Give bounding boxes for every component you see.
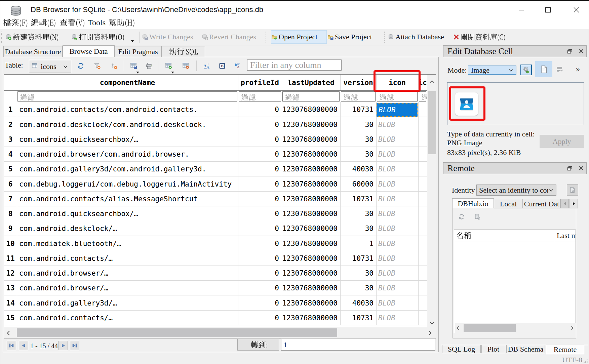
cell-componentName[interactable]: com.android.browser/… — [19, 266, 237, 281]
cell-profileId[interactable]: 0 — [238, 147, 279, 162]
word-wrap-icon[interactable] — [555, 65, 563, 75]
cell-profileId[interactable]: 0 — [238, 236, 279, 251]
grid-horizontal-scrollbar[interactable] — [4, 327, 436, 338]
cell-componentName[interactable]: com.android.gallery3d/… — [19, 295, 237, 311]
cell-lastUpdated[interactable]: 1230768000000 — [282, 221, 338, 236]
scrollbar-thumb[interactable] — [17, 328, 337, 337]
close-panel-icon[interactable] — [579, 166, 584, 172]
remote-tab-current-database[interactable]: Current Dat — [523, 199, 560, 208]
cell-componentName[interactable]: com.android.contacts/com.android.contact… — [19, 102, 237, 117]
remote-tab-dbhub[interactable]: DBHub.io — [452, 198, 494, 208]
cell-profileId[interactable]: 0 — [238, 117, 279, 132]
cell-version[interactable]: 10731 — [340, 311, 374, 325]
cell-profileId[interactable]: 0 — [238, 281, 279, 295]
cell-version[interactable]: 30 — [340, 281, 374, 295]
cell-componentName[interactable]: com.android.deskclock/… — [19, 221, 237, 236]
cell-componentName[interactable]: com.android.gallery3d/com.android.galler… — [19, 162, 237, 176]
cell-componentName[interactable]: com.android.browser/com.android.browser. — [19, 147, 237, 162]
cell-profileId[interactable]: 0 — [238, 132, 279, 147]
cell-version[interactable]: 40030 — [340, 162, 374, 176]
write-changes-button[interactable]: Write Changes — [142, 30, 190, 44]
filter-input-icon[interactable] — [377, 91, 418, 102]
cell-lastUpdated[interactable]: 1230768000000 — [282, 132, 338, 147]
cell-profileId[interactable]: 0 — [238, 206, 279, 221]
filter-input-ic[interactable] — [419, 91, 426, 102]
push-database-button[interactable] — [567, 184, 578, 196]
table-row[interactable]: 13 com.android.browser/… 0 1230768000000… — [4, 281, 427, 295]
cell-profileId[interactable]: 0 — [238, 311, 279, 325]
cell-lastUpdated[interactable]: 1230768000000 — [282, 236, 338, 251]
dock-tab-remote[interactable]: Remote — [546, 345, 584, 354]
cell-version[interactable]: 60000 — [340, 176, 374, 192]
text-mode-toggle[interactable] — [535, 61, 552, 77]
cell-componentName[interactable]: com.mediatek.bluetooth/… — [19, 236, 237, 251]
tab-scroll-left-button[interactable] — [560, 199, 569, 208]
column-header-version[interactable]: version — [340, 75, 376, 90]
remote-tab-local[interactable]: Local — [494, 199, 523, 208]
goto-last-button[interactable] — [70, 341, 79, 350]
cell-icon[interactable]: BLOB — [378, 176, 418, 192]
menu-item-help[interactable] — [109, 18, 135, 27]
cell-icon[interactable]: BLOB — [378, 162, 418, 176]
scroll-left-icon[interactable] — [7, 330, 10, 337]
goto-record-input[interactable]: 1 — [281, 339, 435, 351]
scroll-up-icon[interactable] — [429, 79, 435, 85]
cell-componentName[interactable]: com.android.quicksearchbox/… — [19, 206, 237, 221]
table-combobox[interactable]: icons — [29, 60, 71, 73]
cell-version[interactable]: 30 — [340, 117, 374, 132]
attach-database-button[interactable]: Attach Database — [388, 30, 444, 44]
table-row[interactable]: 14 com.android.gallery3d/… 0 12307680000… — [4, 295, 427, 311]
scroll-right-icon[interactable] — [571, 326, 574, 332]
goto-button[interactable] — [237, 339, 279, 351]
cell-icon[interactable]: BLOB — [378, 251, 418, 266]
cell-lastUpdated[interactable]: 1230768000000 — [282, 162, 338, 176]
column-header-profileId[interactable]: profileId — [238, 75, 282, 90]
cell-lastUpdated[interactable]: 1230768000000 — [282, 251, 338, 266]
cell-componentName[interactable]: com.android.browser/… — [19, 281, 237, 295]
goto-next-button[interactable] — [58, 341, 68, 350]
close-database-button[interactable] — [453, 30, 508, 44]
scrollbar-thumb[interactable] — [428, 91, 436, 154]
global-filter-input[interactable]: Filter in any column — [247, 59, 342, 71]
cell-version[interactable]: 10731 — [340, 251, 374, 266]
cell-icon[interactable]: BLOB — [378, 132, 418, 147]
encoding-button[interactable]: B — [218, 62, 226, 70]
cell-lastUpdated[interactable]: 1230768000000 — [282, 206, 338, 221]
scroll-right-icon[interactable] — [428, 330, 432, 337]
cell-componentName[interactable]: com.debug.loggerui/com.debug.loggerui.Ma… — [19, 176, 237, 192]
cell-icon[interactable]: BLOB — [378, 221, 418, 236]
minimize-button[interactable] — [514, 5, 528, 15]
tab-database-structure[interactable]: Database Structure — [3, 46, 63, 57]
cell-icon[interactable]: BLOB — [378, 147, 418, 162]
cell-componentName[interactable]: com.android.contacts/… — [19, 311, 237, 325]
cell-icon[interactable]: BLOB — [378, 206, 418, 221]
cell-icon[interactable]: BLOB — [378, 266, 418, 281]
condformat-button[interactable]: b a — [234, 62, 242, 70]
close-panel-icon[interactable] — [579, 49, 584, 55]
filter-input-lastUpdated[interactable] — [282, 91, 340, 102]
remote-column-name[interactable] — [456, 232, 472, 240]
encoding-indicator[interactable]: UTF-8 — [562, 356, 582, 364]
cell-version[interactable]: 30 — [340, 206, 374, 221]
open-database-dropdown[interactable] — [130, 38, 135, 44]
clear-sorting-button[interactable] — [110, 62, 118, 70]
remote-clone-database-icon[interactable] — [474, 213, 481, 221]
table-row[interactable]: 6 com.debug.loggerui/com.debug.loggerui.… — [4, 176, 427, 192]
table-row[interactable]: 1 com.android.contacts/com.android.conta… — [4, 102, 427, 117]
print-button[interactable] — [145, 62, 153, 70]
cell-icon[interactable]: BLOB — [378, 311, 418, 325]
clear-filters-button[interactable] — [93, 62, 101, 70]
column-header-componentName[interactable]: componentName — [17, 75, 238, 90]
cell-lastUpdated[interactable]: 1230768000000 — [282, 266, 338, 281]
cell-version[interactable]: 30 — [340, 147, 374, 162]
revert-changes-button[interactable]: Revert Changes — [202, 30, 254, 44]
filter-input-profileId[interactable] — [239, 91, 281, 102]
cell-lastUpdated[interactable]: 1230768000000 — [282, 102, 338, 117]
cell-lastUpdated[interactable]: 1230768000000 — [282, 192, 338, 206]
delete-record-button[interactable] — [182, 62, 190, 70]
cell-lastUpdated[interactable]: 1230768000000 — [282, 281, 338, 295]
cell-version[interactable]: 30 — [340, 266, 374, 281]
cell-version[interactable]: 1 — [340, 236, 374, 251]
tab-browse-data[interactable]: Browse Data — [63, 45, 115, 57]
cell-profileId[interactable]: 0 — [238, 176, 279, 192]
